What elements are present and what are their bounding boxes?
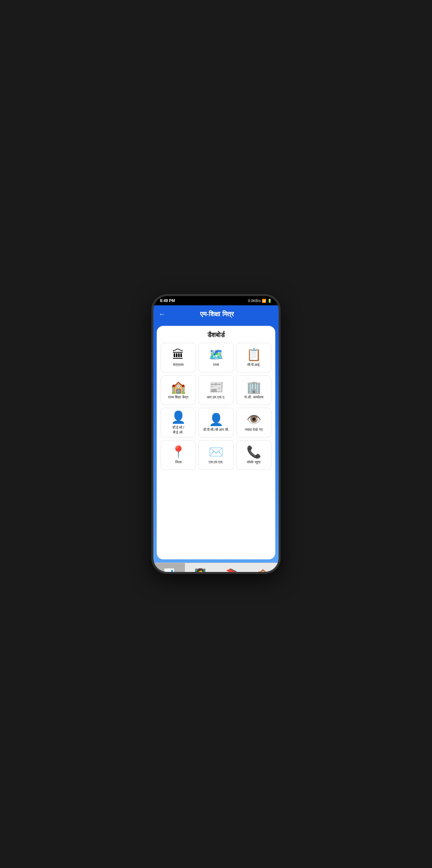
nav-school-icon: 🏫 <box>257 569 269 574</box>
battery-icon: 🔋 <box>267 299 272 303</box>
rmsa-label: आर.एम.एस.ए. <box>207 395 225 399</box>
dashboard-grid: 🏛 मंत्रालय 🗺️ राज्य 📋 सी.पी.आई. 🏫 राज्य … <box>161 343 271 470</box>
sms-icon: ✉️ <box>209 446 224 458</box>
back-button[interactable]: ← <box>159 310 165 318</box>
nav-shaladarpan[interactable]: 📚 शाला दर्पण <box>216 563 247 574</box>
nav-teacher[interactable]: 👩‍🏫 शिक्षक <box>185 563 216 574</box>
main-content: डैशबोर्ड 🏛 मंत्रालय 🗺️ राज्य 📋 सी.पी.आई. <box>153 322 279 563</box>
app-title: एम-शिक्षा मित्र <box>168 310 265 318</box>
network-speed: 0.0KB/s <box>248 299 261 303</box>
contact-label: संपर्क सूत्र <box>247 460 260 464</box>
grid-item-rmsa[interactable]: 📰 आर.एम.एस.ए. <box>198 375 234 405</box>
nav-school[interactable]: 🏫 स्कूल <box>247 563 279 574</box>
grid-item-sec[interactable]: 🏫 राज्य शिक्षा केंद्र <box>161 375 196 405</box>
grid-item-jd[interactable]: 🏢 जे.डी. कार्यालय <box>236 375 271 405</box>
sec-label: राज्य शिक्षा केंद्र <box>168 395 188 399</box>
state-label: राज्य <box>213 362 219 367</box>
nav-shaladarpan-icon: 📚 <box>226 569 238 574</box>
grid-item-ministry[interactable]: 🏛 मंत्रालय <box>161 343 196 373</box>
state-icon: 🗺️ <box>209 349 224 361</box>
grid-item-state[interactable]: 🗺️ राज्य <box>198 343 234 373</box>
jd-label: जे.डी. कार्यालय <box>244 395 263 399</box>
status-bar: 6:49 PM 0.0KB/s 📶 🔋 <box>153 296 279 305</box>
dpc-icon: 👤 <box>209 414 224 426</box>
district-icon: 📍 <box>171 446 186 458</box>
cpi-icon: 📋 <box>246 349 261 361</box>
deo-icon: 👤 <box>171 411 186 423</box>
dashboard-title: डैशबोर्ड <box>161 331 271 339</box>
phone-frame: 6:49 PM 0.0KB/s 📶 🔋 ← एम-शिक्षा मित्र डै… <box>151 294 281 574</box>
status-time: 6:49 PM <box>160 299 175 303</box>
grid-item-dpc[interactable]: 👤 डी.पी.सी./बी आर.सी. <box>198 408 234 437</box>
ministry-label: मंत्रालय <box>173 362 184 367</box>
grid-item-cpi[interactable]: 📋 सी.पी.आई. <box>236 343 271 373</box>
carrier-icon: 📶 <box>262 299 266 303</box>
rmsa-icon: 📰 <box>209 381 224 393</box>
grid-item-viewed[interactable]: 👁️ ज्यादा देखे गए <box>236 408 271 437</box>
dashboard-card: डैशबोर्ड 🏛 मंत्रालय 🗺️ राज्य 📋 सी.पी.आई. <box>157 326 275 559</box>
grid-item-deo[interactable]: 👤 डी.ई.ओ./बी.ई.ओ. <box>161 408 196 437</box>
viewed-label: ज्यादा देखे गए <box>245 427 263 432</box>
sms-label: एस.एम.एस. <box>209 460 223 464</box>
grid-item-contact[interactable]: 📞 संपर्क सूत्र <box>236 440 271 470</box>
dpc-label: डी.पी.सी./बी आर.सी. <box>203 427 228 432</box>
nav-dashboard[interactable]: 📊 डैशबोर्ड <box>153 563 185 574</box>
district-label: जिला <box>175 460 182 464</box>
cpi-label: सी.पी.आई. <box>247 362 260 367</box>
ministry-icon: 🏛 <box>172 349 184 361</box>
jd-icon: 🏢 <box>246 381 261 393</box>
bottom-nav: 📊 डैशबोर्ड 👩‍🏫 शिक्षक 📚 शाला दर्पण 🏫 स्क… <box>153 563 279 574</box>
contact-icon: 📞 <box>246 446 261 458</box>
viewed-icon: 👁️ <box>246 414 261 426</box>
nav-teacher-icon: 👩‍🏫 <box>194 569 206 574</box>
grid-item-district[interactable]: 📍 जिला <box>161 440 196 470</box>
deo-label: डी.ई.ओ./बी.ई.ओ. <box>172 425 184 434</box>
status-right: 0.0KB/s 📶 🔋 <box>248 299 272 303</box>
sec-icon: 🏫 <box>171 381 186 393</box>
grid-item-sms[interactable]: ✉️ एस.एम.एस. <box>198 440 234 470</box>
top-bar: ← एम-शिक्षा मित्र <box>153 305 279 322</box>
nav-dashboard-icon: 📊 <box>163 569 175 574</box>
